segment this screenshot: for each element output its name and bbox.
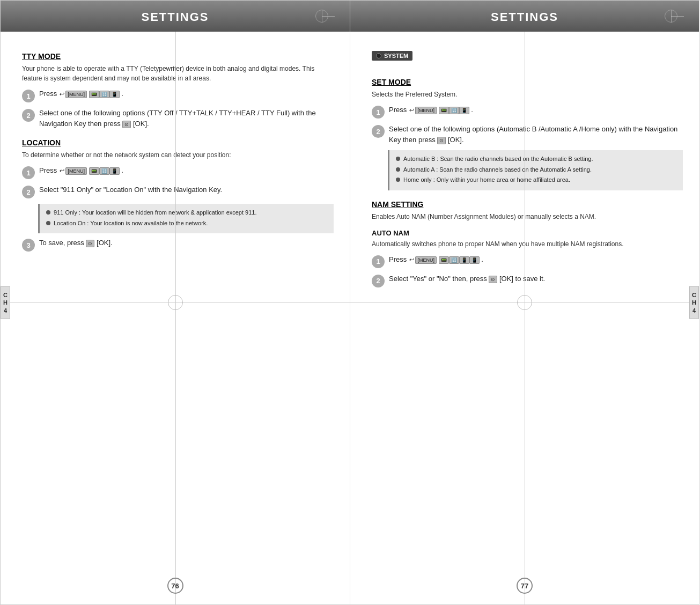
crosshair-circle [168, 295, 183, 310]
set-mode-step-1-text: Press ↩ [MENU] 📟🔢📱 . [389, 105, 473, 115]
right-crosshair-circle [517, 295, 532, 310]
auto-nam-step-1: 1 Press ↩ [MENU] 📟🔢📱📳 . [372, 254, 683, 268]
tty-step-1: 1 Press ↩ [MENU] 📟🔢📱 . [22, 88, 334, 102]
nam-setting-desc: Enables Auto NAM (Number Assignment Modu… [372, 212, 683, 222]
left-page-number: 76 [167, 578, 183, 594]
nam-setting-title: NAM SETTING [372, 200, 683, 209]
location-bullet-2-text: Location On : Your location is now avail… [54, 219, 208, 228]
set-mode-bullet-3: Home only : Only within your home area o… [396, 175, 676, 185]
chapter-tab-left: C H 4 [1, 286, 10, 319]
location-bullet-2: Location On : Your location is now avail… [46, 219, 327, 228]
auto-nam-step-1-text: Press ↩ [MENU] 📟🔢📱📳 . [389, 254, 483, 265]
tty-step-1-num: 1 [22, 90, 35, 102]
location-step-2-text: Select "911 Only" or "Location On" with … [39, 185, 222, 195]
set-mode-info-box: Automatic B : Scan the radio channels ba… [388, 150, 683, 190]
set-mode-step-2: 2 Select one of the following options (A… [372, 124, 683, 145]
set-mode-title: SET MODE [372, 78, 683, 86]
set-mode-bullet-2: Automatic A : Scan the radio channels ba… [396, 165, 676, 175]
location-step-2-num: 2 [22, 186, 35, 198]
location-bullet-1: 911 Only : Your location will be hidden … [46, 208, 327, 218]
location-bullet-1-text: 911 Only : Your location will be hidden … [54, 208, 257, 218]
tty-step-2: 2 Select one of the following options (T… [22, 108, 334, 129]
chapter-tab-right: C H 4 [689, 286, 699, 319]
auto-nam-desc: Automatically switches phone to proper N… [372, 239, 683, 249]
location-step-3-text: To save, press ⊙ [OK]. [39, 238, 113, 248]
set-mode-bullet-dot-2 [396, 167, 400, 172]
tty-step-1-text: Press ↩ [MENU] 📟🔢📱 . [39, 88, 123, 99]
system-badge: SYSTEM [372, 51, 412, 61]
set-mode-bullet-dot-1 [396, 157, 400, 161]
location-step-3-num: 3 [22, 239, 35, 252]
set-mode-bullet-3-text: Home only : Only within your home area o… [403, 175, 570, 185]
location-title: LOCATION [22, 138, 334, 147]
right-header: SETTINGS [350, 1, 699, 32]
set-mode-bullet-1: Automatic B : Scan the radio channels ba… [396, 154, 676, 164]
left-header-title: SETTINGS [141, 10, 209, 24]
set-mode-step-1: 1 Press ↩ [MENU] 📟🔢📱 . [372, 105, 683, 119]
location-step-2: 2 Select "911 Only" or "Location On" wit… [22, 185, 334, 198]
set-mode-bullet-1-text: Automatic B : Scan the radio channels ba… [403, 154, 593, 164]
location-step-1-num: 1 [22, 166, 35, 179]
set-mode-bullet-2-text: Automatic A : Scan the radio channels ba… [403, 165, 592, 175]
system-badge-label: SYSTEM [384, 53, 408, 59]
location-step-1: 1 Press ↩ [MENU] 📟🔢📱 . [22, 165, 334, 179]
set-mode-step-2-text: Select one of the following options (Aut… [389, 124, 683, 145]
auto-nam-title: AUTO NAM [372, 229, 683, 237]
location-step-3: 3 To save, press ⊙ [OK]. [22, 238, 334, 252]
tty-mode-desc: Your phone is able to operate with a TTY… [22, 64, 334, 83]
system-dot-icon [376, 53, 381, 58]
right-page: SETTINGS C H 4 SYSTEM SET MODE Selects t… [350, 0, 699, 605]
right-page-number: 77 [517, 578, 533, 594]
location-step-1-text: Press ↩ [MENU] 📟🔢📱 . [39, 165, 123, 176]
set-mode-bullet-dot-3 [396, 178, 400, 182]
set-mode-step-1-num: 1 [372, 106, 385, 119]
tty-step-2-num: 2 [22, 109, 35, 122]
auto-nam-step-2: 2 Select "Yes" or "No" then, press ⊙ [OK… [372, 274, 683, 287]
auto-nam-step-2-num: 2 [372, 275, 385, 287]
bullet-dot-2 [46, 221, 50, 225]
location-info-box: 911 Only : Your location will be hidden … [38, 204, 334, 233]
set-mode-desc: Selects the Preferred System. [372, 90, 683, 99]
tty-step-2-text: Select one of the following options (TTY… [39, 108, 334, 129]
bullet-dot-1 [46, 210, 50, 215]
left-page: TX-180 2004.9.3 7:35 PM 76 SETTINGS C H … [0, 0, 350, 605]
location-desc: To determine whether or not the network … [22, 150, 334, 160]
tty-mode-title: TTY MODE [22, 52, 334, 61]
left-header: SETTINGS [1, 1, 350, 32]
right-header-crosshair [665, 10, 677, 23]
auto-nam-step-1-num: 1 [372, 255, 385, 268]
right-header-title: SETTINGS [491, 10, 558, 24]
header-crosshair-decoration [315, 10, 328, 23]
auto-nam-step-2-text: Select "Yes" or "No" then, press ⊙ [OK] … [389, 274, 545, 284]
set-mode-step-2-num: 2 [372, 125, 385, 138]
